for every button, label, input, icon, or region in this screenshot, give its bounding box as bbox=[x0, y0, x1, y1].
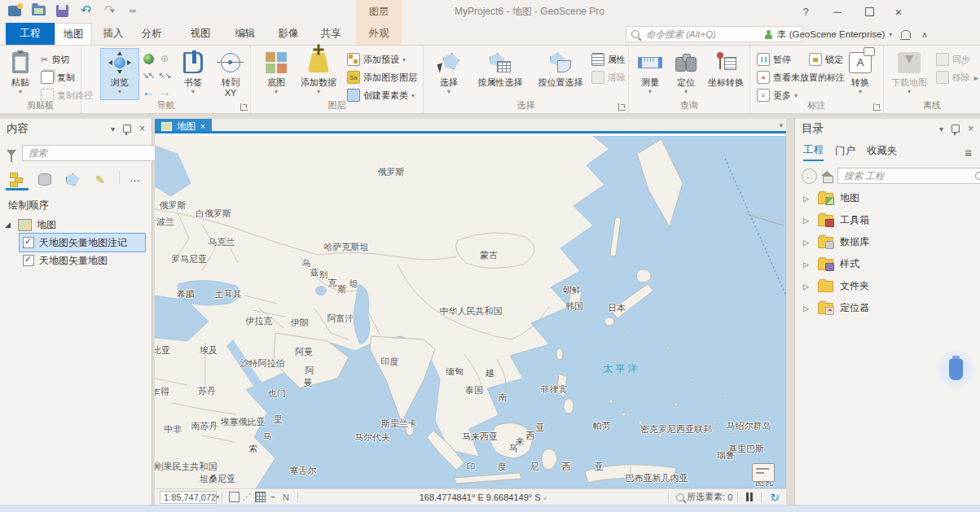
redo-icon[interactable]: ↷▾ bbox=[101, 2, 117, 19]
refresh-map-icon[interactable]: ↻ bbox=[770, 491, 780, 504]
tab-map[interactable]: 地图 bbox=[55, 23, 92, 45]
coordinates-readout[interactable]: 168.4774841° E 9.6684149° S ˅ bbox=[303, 492, 663, 502]
explore-button[interactable]: 浏览▾ bbox=[101, 49, 138, 99]
catalog-item-toolboxes[interactable]: ▷ 工具箱 bbox=[795, 209, 980, 231]
list-by-drawing-order-icon[interactable] bbox=[8, 169, 26, 186]
zoom-selection-icon[interactable]: ⊕ bbox=[158, 52, 171, 65]
bookmarks-button[interactable]: 书签▾ bbox=[174, 49, 212, 99]
select-button[interactable]: 选择▾ bbox=[430, 49, 468, 99]
coordinates-dropdown-icon[interactable]: ˅ bbox=[543, 495, 547, 502]
contents-close-icon[interactable]: × bbox=[139, 123, 145, 134]
catalog-tab-portal[interactable]: 门户 bbox=[835, 144, 855, 160]
catalog-tab-project[interactable]: 工程 bbox=[803, 143, 824, 161]
catalog-tab-favorites[interactable]: 收藏夹 bbox=[867, 144, 898, 160]
tab-share[interactable]: 共享 bbox=[314, 23, 348, 45]
layer-label[interactable]: 天地图矢量地图 bbox=[39, 254, 108, 268]
sync-map-button[interactable]: 同步 bbox=[936, 52, 970, 67]
ribbon-scroll-right-icon[interactable]: ▸ bbox=[974, 73, 978, 82]
tab-project[interactable]: 工程 bbox=[6, 23, 55, 45]
cut-button[interactable]: ✂ 剪切 bbox=[41, 52, 69, 67]
contents-search-input[interactable] bbox=[27, 147, 156, 159]
map-tree-node[interactable]: ◢ 地图 bbox=[0, 216, 152, 234]
snap-icon[interactable]: ⌁ bbox=[266, 491, 279, 504]
notifications-icon[interactable] bbox=[901, 30, 911, 38]
tab-edit[interactable]: 编辑 bbox=[228, 23, 262, 45]
maximize-button[interactable] bbox=[855, 0, 883, 23]
tab-strip-dropdown-icon[interactable]: ▾ bbox=[779, 121, 783, 129]
overview-window-icon[interactable] bbox=[752, 463, 775, 482]
collapse-ribbon-icon[interactable]: ∧ bbox=[921, 30, 927, 39]
catalog-item-styles[interactable]: ▷ 样式 bbox=[795, 253, 980, 275]
clear-selection-button[interactable]: 清除 bbox=[591, 70, 626, 85]
open-project-icon[interactable] bbox=[30, 2, 46, 19]
catalog-menu-icon[interactable]: ≡ bbox=[965, 146, 972, 160]
tab-imagery[interactable]: 影像 bbox=[271, 23, 305, 45]
select-by-attributes-button[interactable]: 按属性选择 bbox=[471, 49, 530, 99]
contents-dropdown-icon[interactable]: ▾ bbox=[111, 125, 115, 133]
expand-icon[interactable]: ▷ bbox=[803, 217, 811, 225]
add-data-button[interactable]: 添加数据▾ bbox=[297, 49, 341, 99]
undo-icon[interactable]: ↶▾ bbox=[77, 2, 94, 19]
layer-row-annotation[interactable]: 天地图矢量地图注记 bbox=[20, 234, 145, 252]
contents-pin-icon[interactable] bbox=[123, 125, 131, 133]
previous-extent-icon[interactable]: ← bbox=[142, 85, 155, 98]
map-node-expand-icon[interactable]: ◢ bbox=[5, 221, 13, 229]
pause-drawing-icon[interactable] bbox=[746, 492, 753, 501]
map-scale-select[interactable]: 1:85,747,072▾ bbox=[160, 491, 217, 504]
license-dongle-button[interactable] bbox=[937, 351, 974, 388]
remove-map-button[interactable]: 移除 bbox=[936, 70, 970, 85]
catalog-item-databases[interactable]: ▷ 数据库 bbox=[795, 231, 980, 253]
list-by-editing-icon[interactable]: ✎ bbox=[91, 169, 109, 186]
copy-button[interactable]: 复制 bbox=[41, 70, 75, 85]
fixed-zoom-out-icon[interactable]: ↖↘ bbox=[158, 68, 171, 81]
convert-coordinates-button[interactable]: 坐标转换 bbox=[704, 49, 748, 99]
expand-icon[interactable]: ▷ bbox=[803, 304, 811, 313]
customize-qat-icon[interactable]: ═ bbox=[125, 2, 141, 19]
paste-button[interactable]: 粘贴▾ bbox=[2, 49, 39, 99]
save-project-icon[interactable] bbox=[54, 2, 70, 19]
minimize-button[interactable]: ─ bbox=[824, 0, 851, 23]
north-arrow-icon[interactable]: N bbox=[279, 491, 292, 504]
help-button[interactable]: ? bbox=[792, 0, 820, 23]
map-canvas[interactable]: 俄罗斯俄罗斯白俄罗斯波兰乌克兰罗马尼亚希腊土耳其哈萨克斯坦乌兹别克斯坦伊拉克伊朗… bbox=[155, 136, 786, 488]
locate-button[interactable]: 定位▾ bbox=[668, 49, 704, 99]
list-by-selection-icon[interactable] bbox=[64, 169, 81, 186]
layer-row-vector[interactable]: 天地图矢量地图 bbox=[20, 252, 152, 269]
catalog-close-icon[interactable]: × bbox=[968, 123, 973, 134]
map-tab-close-icon[interactable]: × bbox=[200, 122, 205, 131]
pause-labeling-button[interactable]: 暂停 bbox=[757, 52, 791, 67]
expand-icon[interactable]: ▷ bbox=[803, 195, 811, 203]
convert-labels-button[interactable]: 转换▾ bbox=[842, 49, 879, 99]
add-graphics-layer-button[interactable]: 添加图形图层 bbox=[347, 70, 417, 85]
catalog-search-box[interactable]: ▾ bbox=[837, 168, 980, 184]
lock-labels-button[interactable]: 锁定 bbox=[809, 52, 843, 67]
tab-analysis[interactable]: 分析 bbox=[134, 23, 169, 45]
user-dropdown-icon[interactable]: ▾ bbox=[889, 31, 892, 38]
layer-checkbox[interactable] bbox=[23, 255, 34, 266]
tab-insert[interactable]: 插入 bbox=[96, 23, 130, 45]
layer-checkbox[interactable] bbox=[23, 237, 34, 248]
catalog-dropdown-icon[interactable]: ▾ bbox=[939, 125, 943, 133]
add-preset-button[interactable]: 添加预设▾ bbox=[347, 52, 406, 67]
grid-icon[interactable] bbox=[253, 491, 266, 504]
expand-icon[interactable]: ▷ bbox=[803, 238, 811, 247]
catalog-home-icon[interactable] bbox=[821, 171, 833, 182]
tab-appearance[interactable]: 外观 bbox=[356, 23, 402, 45]
catalog-item-locators[interactable]: ▷ 定位器 bbox=[795, 297, 980, 319]
full-extent-icon[interactable] bbox=[142, 52, 155, 65]
catalog-back-icon[interactable]: ← bbox=[802, 168, 817, 184]
select-by-location-button[interactable]: 按位置选择 bbox=[531, 49, 590, 99]
download-map-button[interactable]: 下载地图▾ bbox=[887, 49, 931, 99]
layer-label[interactable]: 天地图矢量地图注记 bbox=[39, 236, 127, 250]
measure-button[interactable]: 测量▾ bbox=[632, 49, 668, 99]
view-unplaced-button[interactable]: 查看未放置的标注 bbox=[757, 70, 845, 85]
add-bookmark-icon[interactable] bbox=[227, 491, 240, 504]
goto-xy-button[interactable]: 转到XY bbox=[212, 49, 249, 99]
map-node-label[interactable]: 地图 bbox=[37, 218, 56, 232]
filter-icon[interactable] bbox=[7, 150, 16, 156]
sketch-measure-icon[interactable]: ⋰ bbox=[240, 491, 253, 504]
tab-view[interactable]: 视图 bbox=[183, 23, 218, 45]
fixed-zoom-in-icon[interactable]: ↘↖ bbox=[142, 68, 155, 81]
catalog-item-folders[interactable]: ▷ 文件夹 bbox=[795, 275, 980, 297]
attributes-button[interactable]: 属性 bbox=[591, 52, 626, 67]
